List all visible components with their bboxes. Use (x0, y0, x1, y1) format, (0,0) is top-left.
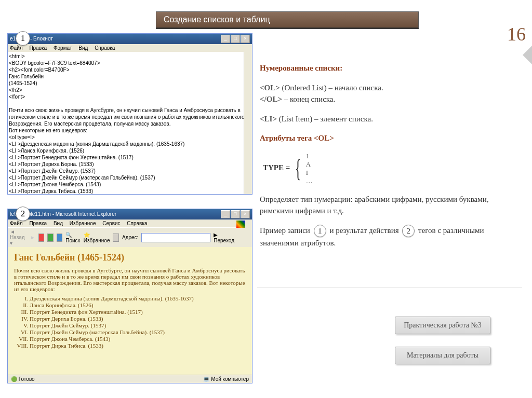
ie-menu[interactable]: Файл Правка Вид Избранное Сервис Справка (8, 219, 252, 227)
menu-help[interactable]: Справка (95, 45, 115, 51)
page-heading: Ганс Гольбейн (1465-1524) (14, 252, 246, 263)
ie-titlebar[interactable]: le\example11.htm - Microsoft Internet Ex… (8, 209, 252, 219)
opt: 1 (306, 152, 310, 160)
address-input[interactable] (141, 233, 210, 242)
opt: … (306, 177, 313, 185)
list-item: Лаиса Коринфская. (1526) (30, 302, 246, 308)
maximize-icon[interactable]: □ (231, 210, 240, 218)
scrollbar[interactable] (244, 52, 252, 194)
ie-window: le\example11.htm - Microsoft Internet Ex… (7, 209, 252, 383)
tag-li: <LI> (260, 115, 277, 123)
inline-badge-2: 2 (402, 225, 415, 237)
list-item: Портрет Дериха Борна. (1533) (30, 315, 246, 322)
menu-item[interactable]: Справка (127, 221, 147, 226)
divider (257, 287, 522, 287)
brace-icon: { (295, 156, 301, 181)
ie-content: Ганс Гольбейн (1465-1524) Почти всю свою… (8, 247, 252, 375)
type-equation: TYPE = { 1 A I … (263, 152, 520, 185)
example-line: Пример записи 1 и результат действия 2 т… (260, 225, 520, 249)
list-item: Портрет Дирка Тибиса. (1533) (30, 342, 246, 349)
notepad-content[interactable]: <html> <BODY bgcolor=F7F3C9 text=684007>… (8, 52, 252, 194)
step-badge-2: 2 (16, 207, 30, 221)
ordered-list: Дрезденская мадонна (копия Дармштадской … (30, 295, 246, 349)
menu-format[interactable]: Формат (54, 45, 72, 51)
ie-statusbar: 🟢 Готово 💻 Мой компьютер (8, 375, 252, 383)
opt: I (306, 169, 308, 176)
code-text: <html> <BODY bgcolor=F7F3C9 text=684007>… (9, 53, 251, 194)
notepad-window: e11.htm - Блокнот _ □ × Файл Правка Форм… (7, 33, 252, 195)
list-item: Портрет Бенедикта фон Хертенштайна. (151… (30, 309, 246, 315)
menu-view[interactable]: Вид (78, 45, 88, 51)
menu-edit[interactable]: Правка (29, 45, 47, 51)
step-badge-1: 1 (16, 31, 30, 46)
page-curl-icon (523, 46, 532, 64)
list-item: Дрезденская мадонна (копия Дармштадской … (30, 295, 246, 301)
minimize-icon[interactable]: _ (221, 35, 230, 43)
attributes-heading: Атрибуты тега <OL> (260, 134, 334, 142)
menu-item[interactable]: Сервис (102, 221, 120, 226)
minimize-icon[interactable]: _ (221, 210, 230, 218)
maximize-icon[interactable]: □ (231, 35, 240, 43)
opt: A (306, 160, 311, 168)
menu-item[interactable]: Правка (29, 221, 47, 226)
windows-logo-icon (236, 221, 245, 228)
stop-icon[interactable] (38, 234, 44, 242)
history-icon[interactable] (113, 234, 118, 242)
type-label: TYPE = (263, 163, 290, 172)
tag-li-def: (List Item) – элемент списка. (279, 115, 373, 123)
status-zone: 💻 Мой компьютер (203, 376, 249, 382)
section-heading: Нумерованные списки: (260, 64, 342, 72)
tag-ol-close: </OL> (260, 95, 282, 103)
home-icon[interactable] (57, 234, 62, 242)
inline-badge-1: 1 (314, 225, 326, 237)
tag-ol-def: (Ordered List) – начало списка. (282, 84, 383, 92)
forward-button: ► (30, 235, 35, 240)
practice-button[interactable]: Практическая работа №3 (395, 317, 490, 334)
materials-button[interactable]: Материалы для работы (395, 347, 490, 364)
menu-item[interactable]: Файл (10, 221, 23, 226)
slide-number: 16 (507, 23, 526, 45)
explanation-panel: Нумерованные списки: <OL> (Ordered List)… (260, 54, 520, 257)
slide-title: Создание списков и таблиц (156, 11, 419, 29)
tag-ol-close-def: – конец списка. (282, 95, 335, 103)
list-item: Портрет Джейн Сеймур. (1537) (30, 322, 246, 328)
back-button[interactable]: ◄ Назад ▾ (10, 229, 27, 246)
notepad-menu[interactable]: Файл Правка Формат Вид Справка (8, 44, 252, 52)
type-description: Определяет тип нумерации: арабскими цифр… (260, 194, 520, 217)
menu-file[interactable]: Файл (10, 45, 23, 51)
go-button[interactable]: ▶ Переход (214, 232, 234, 243)
fav-button[interactable]: ⭐ Избранное (84, 232, 110, 243)
notepad-titlebar[interactable]: e11.htm - Блокнот _ □ × (8, 34, 252, 44)
list-item: Портрет Джейн Сеймур (мастерская Гольбей… (30, 329, 246, 335)
status-ready: 🟢 Готово (11, 376, 35, 382)
address-label: Адрес: (122, 235, 138, 240)
tag-ol: <OL> (260, 84, 280, 92)
ie-toolbar[interactable]: ◄ Назад ▾ ► 🔍 Поиск ⭐ Избранное Адрес: ▶… (8, 227, 236, 247)
close-icon[interactable]: × (241, 210, 250, 218)
search-button[interactable]: 🔍 Поиск (65, 232, 81, 243)
refresh-icon[interactable] (47, 234, 53, 242)
menu-item[interactable]: Избранное (70, 221, 96, 226)
list-item: Портрет Джона Чемберса. (1543) (30, 336, 246, 342)
menu-item[interactable]: Вид (54, 221, 63, 226)
close-icon[interactable]: × (241, 35, 250, 43)
page-paragraph: Почти всю свою жизнь проведя в Аугсбурге… (14, 267, 246, 292)
